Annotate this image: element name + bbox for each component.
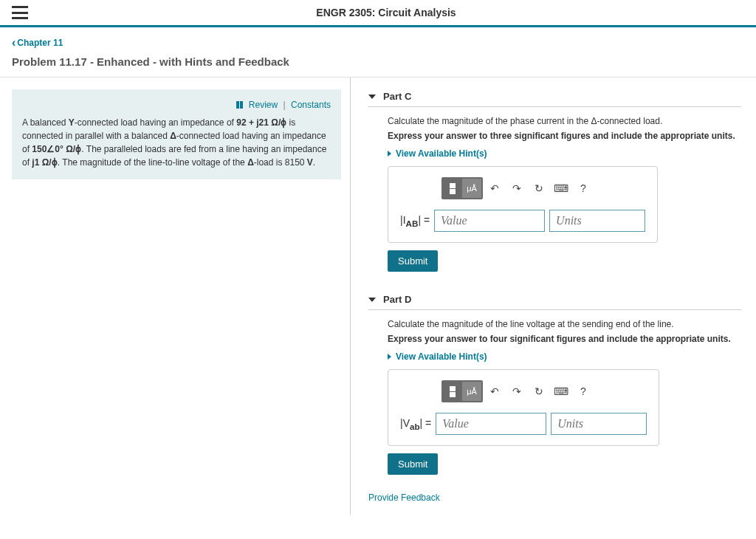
reset-icon[interactable]: ↻ xyxy=(529,382,549,401)
part-c-header[interactable]: Part C xyxy=(368,86,741,107)
part-c-value-input[interactable] xyxy=(434,210,545,232)
templates-group: μÅ xyxy=(441,177,483,199)
chevron-right-icon xyxy=(388,354,391,360)
part-d-hints-link[interactable]: View Available Hint(s) xyxy=(388,351,741,362)
part-c-instruction: Calculate the magnitude of the phase cur… xyxy=(388,116,741,126)
part-c: Part C Calculate the magnitude of the ph… xyxy=(368,86,741,272)
problem-statement-box: Review | Constants A balanced Y-connecte… xyxy=(12,89,341,179)
header: ENGR 2305: Circuit Analysis xyxy=(0,0,756,27)
chevron-down-icon xyxy=(368,298,376,302)
info-links: Review | Constants xyxy=(22,98,331,111)
part-d-value-input[interactable] xyxy=(436,413,546,435)
problem-text: A balanced Y-connected load having an im… xyxy=(22,116,331,169)
undo-icon[interactable]: ↶ xyxy=(484,179,505,198)
chapter-back-link[interactable]: Chapter 11 xyxy=(0,27,75,52)
part-c-hints-link[interactable]: View Available Hint(s) xyxy=(388,148,741,159)
main: Review | Constants A balanced Y-connecte… xyxy=(0,78,756,515)
review-link[interactable]: Review xyxy=(249,100,278,110)
part-d-input-row: |Vab| = xyxy=(400,413,647,435)
book-icon xyxy=(236,99,244,106)
problem-title: Problem 11.17 - Enhanced - with Hints an… xyxy=(0,52,756,78)
part-c-body: Calculate the magnitude of the phase cur… xyxy=(368,116,741,272)
course-title: ENGR 2305: Circuit Analysis xyxy=(28,7,744,18)
chevron-down-icon xyxy=(368,95,376,99)
part-d: Part D Calculate the magnitude of the li… xyxy=(368,289,741,475)
part-d-units-input[interactable] xyxy=(551,413,647,435)
provide-feedback-link[interactable]: Provide Feedback xyxy=(368,492,741,503)
help-icon[interactable]: ? xyxy=(573,179,594,198)
part-d-express: Express your answer to four significant … xyxy=(388,334,741,344)
part-c-submit-button[interactable]: Submit xyxy=(388,250,438,272)
part-c-units-input[interactable] xyxy=(549,210,645,232)
units-formatter-button[interactable]: μÅ xyxy=(462,382,481,401)
part-c-variable-label: |IAB| = xyxy=(400,214,430,228)
part-d-variable-label: |Vab| = xyxy=(400,417,431,431)
templates-group: μÅ xyxy=(441,380,483,402)
part-d-answer-box: μÅ ↶ ↷ ↻ ⌨ ? |Vab| = xyxy=(388,369,659,446)
redo-icon[interactable]: ↷ xyxy=(506,179,527,198)
menu-icon[interactable] xyxy=(12,6,28,19)
keyboard-icon[interactable]: ⌨ xyxy=(551,382,571,401)
help-icon[interactable]: ? xyxy=(573,382,594,401)
keyboard-icon[interactable]: ⌨ xyxy=(551,179,571,198)
right-column: Part C Calculate the magnitude of the ph… xyxy=(351,78,756,515)
chevron-right-icon xyxy=(388,151,391,157)
part-d-instruction: Calculate the magnitude of the line volt… xyxy=(388,319,741,329)
fraction-icon[interactable] xyxy=(443,382,462,401)
redo-icon[interactable]: ↷ xyxy=(506,382,527,401)
left-column: Review | Constants A balanced Y-connecte… xyxy=(0,78,351,515)
part-c-toolbar: μÅ ↶ ↷ ↻ ⌨ ? xyxy=(441,177,645,199)
reset-icon[interactable]: ↻ xyxy=(529,179,549,198)
units-formatter-button[interactable]: μÅ xyxy=(462,179,481,198)
fraction-icon[interactable] xyxy=(443,179,462,198)
undo-icon[interactable]: ↶ xyxy=(484,382,505,401)
part-d-submit-button[interactable]: Submit xyxy=(388,453,438,475)
part-c-express: Express your answer to three significant… xyxy=(388,131,741,141)
part-d-body: Calculate the magnitude of the line volt… xyxy=(368,319,741,475)
part-c-input-row: |IAB| = xyxy=(400,210,645,232)
part-d-header[interactable]: Part D xyxy=(368,289,741,310)
part-c-answer-box: μÅ ↶ ↷ ↻ ⌨ ? |IAB| = xyxy=(388,166,658,243)
part-d-toolbar: μÅ ↶ ↷ ↻ ⌨ ? xyxy=(441,380,647,402)
constants-link[interactable]: Constants xyxy=(291,100,331,110)
